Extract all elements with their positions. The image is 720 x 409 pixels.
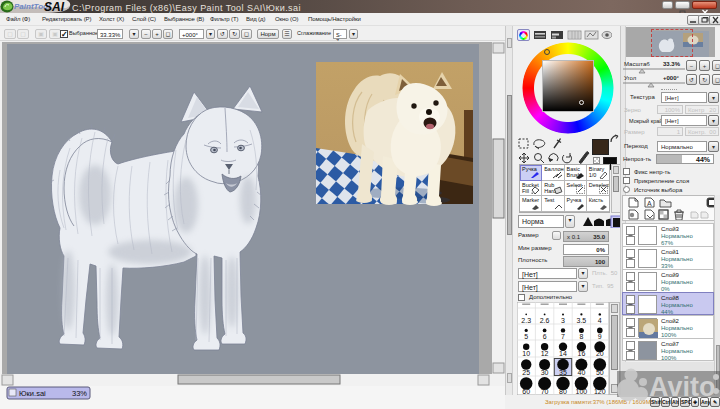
svg-text:3.5: 3.5: [577, 317, 587, 324]
svg-text:50: 50: [596, 369, 604, 376]
svg-text:Юки.sai: Юки.sai: [19, 389, 46, 398]
svg-text:7: 7: [561, 333, 565, 340]
svg-text:70: 70: [541, 388, 549, 395]
svg-text:A: A: [647, 200, 652, 207]
svg-text:40: 40: [578, 369, 586, 376]
svg-text:2.3: 2.3: [521, 317, 531, 324]
svg-text:25: 25: [522, 369, 530, 376]
svg-text:60: 60: [522, 388, 530, 395]
svg-text:6: 6: [543, 333, 547, 340]
svg-text:14: 14: [559, 350, 567, 357]
svg-text:120: 120: [594, 388, 606, 395]
svg-text:3: 3: [561, 317, 565, 324]
svg-text:80: 80: [559, 388, 567, 395]
svg-text:100: 100: [576, 388, 588, 395]
svg-text:12: 12: [541, 350, 549, 357]
svg-text:30: 30: [541, 369, 549, 376]
svg-text:Avito: Avito: [649, 372, 716, 402]
svg-text:20: 20: [596, 350, 604, 357]
svg-text:5: 5: [524, 333, 528, 340]
svg-text:10: 10: [522, 350, 530, 357]
svg-text:2.6: 2.6: [540, 317, 550, 324]
svg-text:4: 4: [598, 317, 602, 324]
svg-text:9: 9: [598, 333, 602, 340]
svg-text:35: 35: [559, 369, 567, 376]
svg-text:16: 16: [578, 350, 586, 357]
svg-text:8: 8: [579, 333, 583, 340]
svg-text:33%: 33%: [72, 389, 87, 398]
svg-text:SAI: SAI: [44, 0, 65, 13]
